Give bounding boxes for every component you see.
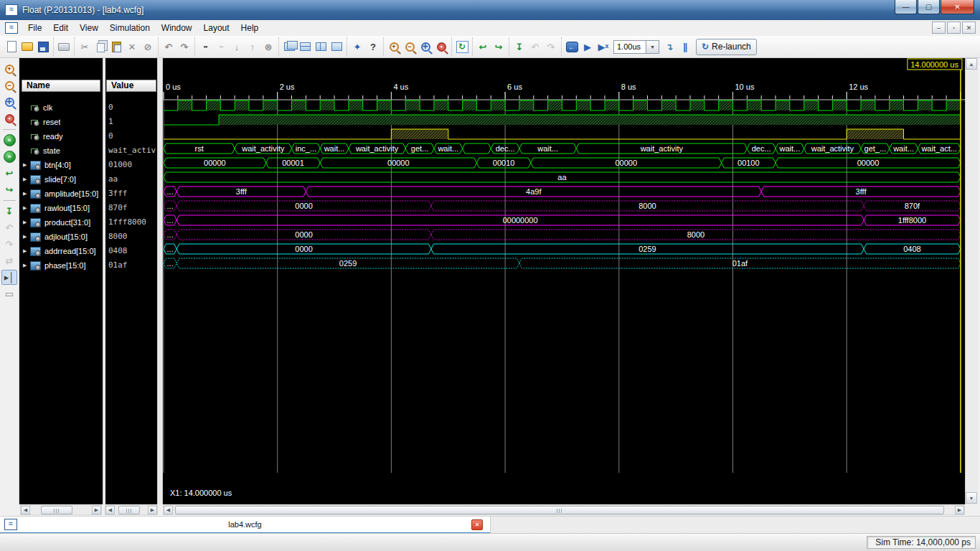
scroll-left-icon[interactable]: ◀ — [105, 506, 115, 514]
value-column-header[interactable]: Value — [106, 80, 156, 92]
scroll-down-icon[interactable]: ▼ — [966, 492, 977, 504]
next-transition-icon[interactable]: ↪ — [491, 39, 506, 54]
reload-icon[interactable]: ↻ — [455, 39, 469, 54]
signal-row-adjlout[interactable]: ▶adjlout[15:0] — [19, 230, 103, 244]
scroll-left-icon[interactable]: ◀ — [164, 506, 173, 514]
settings-wrench-icon[interactable]: ✦ — [350, 39, 364, 54]
measure-icon[interactable]: ▭ — [1, 286, 17, 301]
no-edit-icon[interactable]: ⊘ — [141, 39, 155, 54]
cut-icon[interactable]: ✂ — [77, 39, 92, 54]
copy-icon[interactable] — [93, 39, 108, 54]
redo-icon[interactable]: ↷ — [177, 39, 192, 54]
scrollbar-thumb[interactable] — [118, 506, 140, 514]
expand-icon[interactable]: ▶ — [23, 248, 30, 254]
goto-time-icon[interactable]: ← — [565, 39, 579, 54]
menu-window[interactable]: Window — [156, 22, 198, 34]
signal-row-clk[interactable]: clk — [19, 100, 103, 115]
add-marker-icon[interactable]: ↧ — [512, 39, 527, 54]
prev-marker-icon[interactable]: ↶ — [528, 39, 542, 54]
expand-icon[interactable]: ▶ — [23, 234, 30, 240]
run-for-icon[interactable]: ▶ˣ — [596, 39, 611, 54]
maximize-button[interactable]: ▢ — [918, 0, 940, 14]
menu-simulation[interactable]: Simulation — [104, 22, 156, 34]
mdi-restore-icon[interactable]: ▫ — [947, 22, 961, 34]
stop-icon[interactable]: ⊗ — [261, 39, 275, 54]
run-time-dropdown-icon[interactable]: ▼ — [646, 40, 659, 54]
new-file-icon[interactable] — [4, 39, 19, 54]
mdi-minimize-icon[interactable]: – — [932, 22, 946, 34]
names-hscrollbar[interactable]: ◀▶ — [20, 505, 102, 515]
pause-icon[interactable]: ∥ — [678, 39, 692, 54]
goto-start-icon[interactable]: « — [1, 133, 17, 148]
run-all-icon[interactable]: ▶ — [580, 39, 595, 54]
signal-row-ready[interactable]: ready — [19, 129, 103, 143]
zoom-cursor-icon[interactable]: ▪ — [434, 39, 448, 54]
signal-row-btn[interactable]: ▶btn[4:0] — [19, 158, 103, 172]
arrow-up-icon[interactable]: ↑ — [245, 39, 260, 54]
zoom-full-icon[interactable]: ✛ — [418, 39, 433, 54]
wave-hscrollbar[interactable]: ◀▶ — [163, 505, 965, 515]
delete-icon[interactable]: ✕ — [125, 39, 139, 54]
expand-icon[interactable]: ▶ — [23, 191, 30, 197]
find-next-icon[interactable]: ●● — [214, 39, 228, 54]
zoom-in-icon[interactable]: + — [387, 39, 401, 54]
add-marker-icon[interactable]: ↧ — [1, 204, 17, 219]
name-column-header[interactable]: Name — [22, 80, 100, 92]
prev-marker-icon[interactable]: ↶ — [1, 220, 17, 235]
run-time-input[interactable]: 1.00us — [613, 40, 646, 54]
expand-icon[interactable]: ▶ — [23, 162, 30, 168]
arrow-down-icon[interactable]: ↓ — [230, 39, 244, 54]
wave-splitter[interactable] — [157, 58, 163, 504]
zoom-out-icon[interactable]: − — [1, 78, 17, 93]
zoom-in-icon[interactable]: + — [1, 62, 17, 77]
signal-row-product[interactable]: ▶product[31:0] — [19, 215, 103, 230]
prev-transition-icon[interactable]: ↩ — [1, 166, 17, 181]
menu-file[interactable]: File — [22, 22, 47, 34]
minimize-button[interactable]: — — [895, 0, 917, 14]
expand-icon[interactable]: ▶ — [23, 176, 30, 182]
paste-icon[interactable] — [109, 39, 123, 54]
menu-edit[interactable]: Edit — [47, 22, 74, 34]
tile-vertical-icon[interactable] — [314, 39, 328, 54]
goto-end-icon[interactable]: » — [1, 149, 17, 164]
context-help-icon[interactable]: ? — [366, 39, 380, 54]
undo-icon[interactable]: ↶ — [161, 39, 176, 54]
scroll-left-icon[interactable]: ◀ — [21, 506, 30, 514]
expand-icon[interactable]: ▶ — [23, 220, 30, 225]
next-marker-icon[interactable]: ↷ — [544, 39, 558, 54]
expand-icon[interactable]: ▶ — [23, 205, 30, 211]
scroll-right-icon[interactable]: ▶ — [92, 506, 101, 514]
scroll-right-icon[interactable]: ▶ — [148, 506, 157, 514]
menu-layout[interactable]: Layout — [198, 22, 235, 34]
swap-cursors-icon[interactable]: ⇄ — [1, 253, 17, 268]
save-icon[interactable] — [36, 39, 50, 54]
zoom-cursor-icon[interactable]: ▪ — [1, 111, 17, 126]
signal-row-amplitude[interactable]: ▶amplitude[15:0] — [19, 187, 103, 201]
next-transition-icon[interactable]: ↪ — [1, 182, 17, 197]
scrollbar-thumb[interactable] — [41, 506, 72, 514]
relaunch-button[interactable]: ↻Re-launch — [696, 39, 757, 55]
menu-view[interactable]: View — [74, 22, 104, 34]
signal-row-state[interactable]: state — [19, 143, 103, 158]
signal-row-rawlout[interactable]: ▶rawlout[15:0] — [19, 201, 103, 215]
tile-horizontal-icon[interactable] — [298, 39, 312, 54]
signal-row-reset[interactable]: reset — [19, 115, 103, 129]
values-hscrollbar[interactable]: ◀▶ — [105, 505, 158, 515]
expand-icon[interactable]: ▶ — [23, 263, 30, 268]
step-icon[interactable]: ↴ — [662, 39, 677, 54]
mdi-close-icon[interactable]: ✕ — [962, 22, 976, 34]
find-icon[interactable]: ●● — [198, 39, 212, 54]
signal-row-phase[interactable]: ▶phase[15:0] — [19, 258, 103, 273]
vertical-scrollbar[interactable]: ▲ ▼ — [965, 58, 978, 504]
open-file-icon[interactable] — [20, 39, 34, 54]
tab-close-icon[interactable]: ✕ — [471, 519, 483, 530]
cascade-windows-icon[interactable] — [282, 39, 296, 54]
zoom-out-icon[interactable]: − — [402, 39, 417, 54]
scroll-right-icon[interactable]: ▶ — [955, 506, 964, 514]
next-marker-icon[interactable]: ↷ — [1, 237, 17, 252]
zoom-full-icon[interactable]: ✛ — [1, 95, 17, 110]
close-button[interactable]: ✕ — [941, 0, 974, 14]
waveform-panel[interactable]: 0 us2 us4 us6 us8 us10 us12 usrstwait_ac… — [163, 58, 965, 504]
signal-row-slide[interactable]: ▶slide[7:0] — [19, 172, 103, 187]
menu-help[interactable]: Help — [235, 22, 265, 34]
